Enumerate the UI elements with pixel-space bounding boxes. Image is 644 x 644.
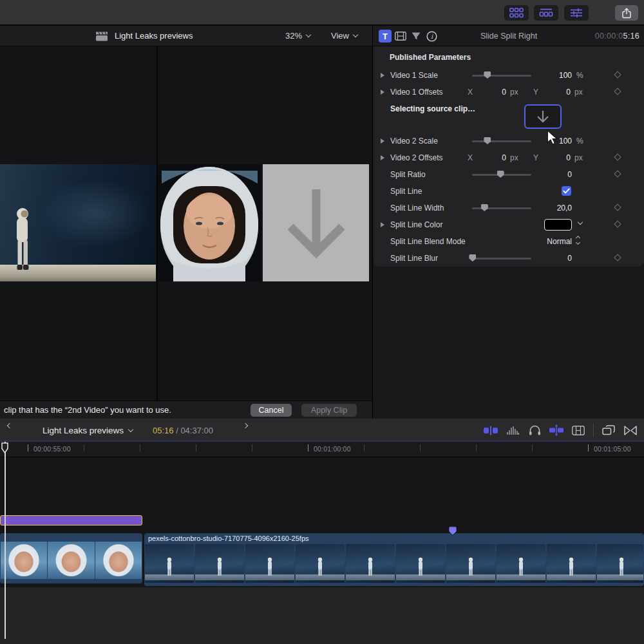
clip-thumbnail: [346, 544, 395, 583]
parameter-row-selecting-source-clip: Selecting source clip…: [374, 100, 644, 133]
playhead[interactable]: [5, 442, 6, 639]
view-menu[interactable]: View: [331, 31, 357, 41]
timeline-ruler[interactable]: 00:00:55:0000:01:00:0000:01:05:00: [0, 442, 644, 457]
astronaut-thumb-figure: [265, 557, 274, 578]
video-clip-1[interactable]: [0, 533, 142, 583]
parameter-label: Split Ratio: [390, 170, 426, 179]
y-value[interactable]: 0: [545, 88, 571, 97]
ruler-tick: [476, 444, 477, 451]
keyframe-diamond-icon[interactable]: [614, 204, 621, 211]
next-project-button[interactable]: [243, 426, 247, 428]
parameter-value[interactable]: 0: [532, 254, 572, 263]
source-clip-image-well[interactable]: [524, 104, 562, 129]
project-menu[interactable]: Light Leaks previews: [43, 426, 133, 435]
clip-appearance-button[interactable]: [567, 422, 589, 438]
disclosure-triangle-icon[interactable]: [381, 138, 384, 144]
parameter-value[interactable]: 0: [532, 170, 572, 179]
effects-browser-icon: [602, 425, 615, 435]
clip-thumbnail: [396, 544, 445, 583]
y-value[interactable]: 0: [545, 153, 571, 162]
slider-track[interactable]: [472, 75, 531, 77]
keyframe-diamond-icon[interactable]: [614, 153, 621, 160]
slider-track[interactable]: [472, 207, 531, 209]
keyframe-diamond-icon[interactable]: [614, 88, 621, 95]
parameter-row-video-1-scale: Video 1 Scale100%: [374, 67, 644, 84]
parameter-label: Video 1 Offsets: [390, 88, 443, 97]
x-value[interactable]: 0: [480, 153, 506, 162]
parameter-value[interactable]: 20,0: [532, 204, 572, 213]
parameter-label: Selecting source clip…: [390, 104, 475, 113]
astronaut-thumb-figure: [617, 557, 626, 578]
x-value[interactable]: 0: [480, 88, 506, 97]
selected-title-clip[interactable]: [0, 515, 142, 526]
effects-browser-button[interactable]: [598, 422, 620, 438]
transitions-browser-button[interactable]: [620, 422, 641, 438]
parameter-value[interactable]: 100: [532, 71, 572, 80]
disclosure-triangle-icon[interactable]: [381, 73, 384, 78]
disclosure-triangle-icon[interactable]: [381, 155, 384, 160]
snapping-button[interactable]: [545, 422, 567, 438]
chevron-down-icon: [353, 32, 358, 37]
show-inspector-button[interactable]: [564, 5, 589, 21]
viewer-title: Light Leaks previews: [115, 31, 193, 41]
chevron-down-icon[interactable]: [578, 220, 583, 225]
marker-icon[interactable]: [448, 526, 457, 536]
status-message: clip that has the “2nd Video” you want t…: [4, 405, 171, 415]
x-label: X: [468, 153, 473, 162]
clip-thumbnail: [497, 544, 545, 583]
share-button[interactable]: [615, 5, 638, 21]
slider-track[interactable]: [472, 140, 531, 142]
clip-thumbnail: [1, 542, 47, 579]
clip-thumbnail: [95, 542, 142, 579]
slider-track[interactable]: [472, 258, 531, 260]
trim-button[interactable]: [480, 422, 502, 438]
astronaut-thumb-figure: [165, 557, 174, 578]
keyframe-diamond-icon[interactable]: [614, 220, 621, 227]
split-line-checkbox[interactable]: [562, 186, 571, 196]
chevron-left-icon: [7, 423, 12, 428]
inspector-timecode: 00:00:05:16: [595, 32, 639, 41]
timeline-empty-area: [0, 587, 644, 644]
show-timeline-button[interactable]: [534, 5, 558, 21]
ruler-tick: [196, 444, 196, 451]
clapperboard-icon: [95, 32, 108, 41]
keyframe-diamond-icon[interactable]: [614, 170, 621, 177]
slider-thumb[interactable]: [484, 137, 491, 144]
y-label: Y: [533, 88, 538, 97]
parameter-label: Split Line: [390, 187, 422, 196]
slider-thumb[interactable]: [481, 204, 488, 211]
disclosure-triangle-icon[interactable]: [381, 90, 384, 95]
audio-monitor-button[interactable]: [524, 422, 545, 438]
timeline-tracks: pexels-cottonbro-studio-7170775-4096x216…: [0, 458, 644, 644]
color-swatch[interactable]: [544, 219, 572, 231]
ruler-tick: [588, 444, 589, 451]
apply-clip-button[interactable]: Apply Clip: [301, 404, 357, 417]
slider-thumb[interactable]: [497, 171, 504, 178]
stepper-chevrons-icon[interactable]: [576, 236, 580, 244]
x-unit: px: [510, 153, 518, 162]
audio-meters-button[interactable]: [502, 422, 524, 438]
show-browser-button[interactable]: [504, 5, 529, 21]
keyframe-diamond-icon[interactable]: [614, 254, 621, 261]
astronaut-thumb-figure: [567, 557, 576, 578]
trim-icon: [483, 426, 498, 435]
video-clip-2[interactable]: pexels-cottonbro-studio-7170775-4096x216…: [144, 533, 644, 586]
keyframe-diamond-icon[interactable]: [614, 71, 621, 78]
parameter-row-split-line-blend-mode: Split Line Blend ModeNormal: [374, 233, 644, 250]
blend-mode-value[interactable]: Normal: [501, 237, 572, 246]
zoom-level-menu[interactable]: 32%: [285, 31, 310, 41]
ruler-tick: [28, 444, 28, 451]
disclosure-triangle-icon[interactable]: [381, 222, 384, 227]
viewer-pane: Light Leaks previews 32% View: [0, 26, 372, 419]
parameter-label: Video 1 Scale: [390, 71, 438, 80]
helmet-face-image: [158, 164, 261, 281]
cancel-button[interactable]: Cancel: [251, 404, 292, 417]
slider-thumb[interactable]: [484, 71, 491, 79]
slider-thumb[interactable]: [469, 254, 476, 261]
headphones-icon: [529, 425, 541, 435]
clip-thumbnail: [446, 544, 495, 583]
astronaut-figure: [9, 207, 36, 274]
previous-project-button[interactable]: [8, 426, 12, 428]
playhead-icon[interactable]: [1, 442, 10, 454]
check-icon: [563, 188, 570, 194]
